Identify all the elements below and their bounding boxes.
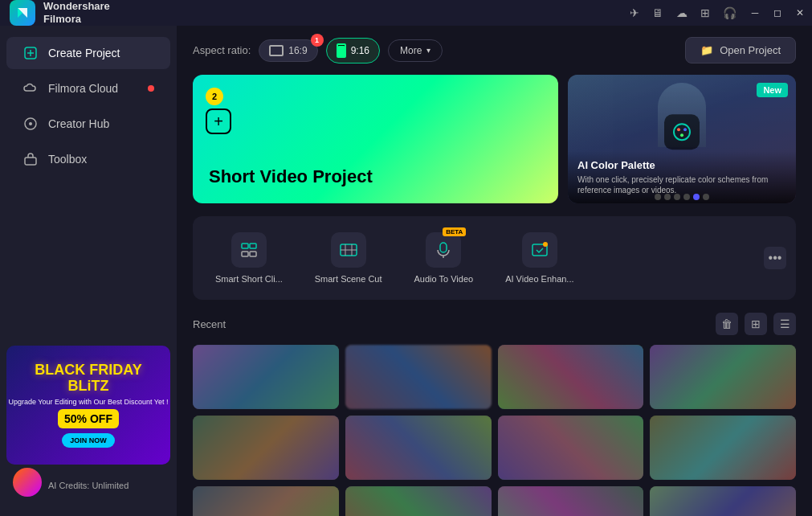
recent-actions: 🗑 ⊞ ☰ [716,313,796,335]
media-thumb-10[interactable] [345,486,492,516]
toolbox-icon [22,151,39,167]
short-video-project-card[interactable]: 2 + Short Video Project [193,75,558,203]
promo-sub: Upgrade Your Editing with Our Best Disco… [8,398,168,406]
monitor-icon[interactable]: 🖥 [652,6,663,19]
tools-row: Smart Short Cli... Smart Scene Cut [193,216,796,300]
trash-icon: 🗑 [721,317,732,330]
chevron-down-icon: ▾ [426,46,430,55]
sidebar-item-filmora-cloud[interactable]: Filmora Cloud [6,72,170,104]
svg-point-23 [543,242,548,247]
media-thumb-12[interactable] [650,486,796,516]
grid-icon[interactable]: ⊞ [700,6,710,19]
more-tools-button[interactable]: ••• [764,247,786,269]
svg-rect-15 [250,252,256,256]
sidebar-item-creator-hub[interactable]: Creator Hub [6,108,170,140]
new-badge: New [757,83,788,97]
titlebar-toolbar: ✈ 🖥 ☁ ⊞ 🎧 ─ ◻ ✕ [630,6,806,19]
promo-headline: BLACK FRIDAY BLiTZ [35,362,141,395]
svg-rect-13 [250,244,256,248]
sidebar-item-create-project[interactable]: Create Project [6,37,170,69]
promo-badge: 50% OFF [58,409,119,428]
svg-point-10 [683,128,687,131]
cloud-upload-icon[interactable]: ☁ [676,6,688,19]
app-branding: Wondershare Filmora [0,0,110,26]
open-project-button[interactable]: 📁 Open Project [685,37,796,63]
smart-scene-cut-label: Smart Scene Cut [315,274,382,284]
maximize-button[interactable]: ◻ [772,7,783,18]
ratio-9-16-button[interactable]: 9:16 [326,38,380,63]
media-thumb-7[interactable] [498,416,644,480]
dot-6 [703,194,709,200]
tool-audio-to-video[interactable]: BETA Audio To Video [402,226,487,290]
media-thumb-2[interactable] [345,345,492,409]
list-view-button[interactable]: ☰ [773,313,796,335]
media-thumb-4[interactable] [650,345,796,409]
media-thumb-1[interactable] [193,345,339,409]
close-button[interactable]: ✕ [794,7,806,18]
add-project-icon: + [206,109,231,134]
promo-banner[interactable]: BLACK FRIDAY BLiTZ Upgrade Your Editing … [6,346,170,465]
dot-3 [674,194,680,200]
svg-point-9 [677,128,680,131]
content-area: Aspect ratio: 16:9 1 9:16 More ▾ [177,26,812,516]
ratio-9-16-icon [337,43,346,58]
folder-icon: 📁 [700,44,713,56]
ratio-9-16-label: 9:16 [351,45,369,56]
minimize-button[interactable]: ─ [749,7,761,18]
media-thumb-6[interactable] [345,416,492,480]
media-thumb-3[interactable] [498,345,644,409]
smart-scene-cut-icon [331,232,366,268]
media-thumb-5[interactable] [193,416,339,480]
tool-ai-video-enhance[interactable]: AI Video Enhan... [492,226,586,290]
titlebar: Wondershare Filmora ✈ 🖥 ☁ ⊞ 🎧 ─ ◻ ✕ [0,0,812,26]
grid-view-button[interactable]: ⊞ [745,313,767,335]
card-badge-2: 2 [206,88,223,105]
sidebar-item-toolbox[interactable]: Toolbox [6,143,170,175]
ratio-badge-count: 1 [311,34,324,47]
sidebar-bottom: BLACK FRIDAY BLiTZ Upgrade Your Editing … [0,339,177,506]
ai-video-enhance-icon [522,232,557,268]
sidebar: Create Project Filmora Cloud Creator Hub [0,26,177,516]
svg-point-8 [674,124,690,140]
recent-header: Recent 🗑 ⊞ ☰ [193,313,796,335]
promo-join-button[interactable]: JOIN NOW [62,433,115,448]
short-video-title: Short Video Project [209,166,542,187]
audio-to-video-icon: BETA [426,232,461,268]
ai-color-palette-icon [664,114,700,149]
sidebar-label-create-project: Create Project [48,47,120,59]
svg-point-6 [29,122,32,125]
headset-icon[interactable]: 🎧 [723,6,737,19]
svg-point-11 [680,133,683,137]
media-thumb-9[interactable] [193,486,339,516]
aspect-ratio-label: Aspect ratio: [193,44,251,56]
dot-2 [664,194,671,200]
ratio-16-9-label: 16:9 [288,45,307,56]
tool-smart-short-clip[interactable]: Smart Short Cli... [202,226,296,290]
sidebar-label-toolbox: Toolbox [48,153,87,166]
media-grid [193,345,796,516]
list-icon: ☰ [780,317,790,330]
smart-short-clip-icon [231,232,267,268]
more-ratios-button[interactable]: More ▾ [388,39,443,62]
plus-circle-icon [22,45,39,61]
more-label: More [400,45,422,56]
delete-button[interactable]: 🗑 [716,313,738,335]
smart-short-clip-label: Smart Short Cli... [215,274,283,284]
beta-badge: BETA [443,227,466,236]
main-layout: Create Project Filmora Cloud Creator Hub [0,26,812,516]
tool-smart-scene-cut[interactable]: Smart Scene Cut [302,226,395,290]
dot-1 [655,194,661,200]
share-icon[interactable]: ✈ [630,6,639,19]
ellipsis-icon: ••• [769,251,782,265]
ai-video-enhance-label: AI Video Enhan... [505,274,573,284]
content-scroll: 2 + Short Video Project New [177,75,812,516]
sidebar-label-filmora-cloud: Filmora Cloud [48,82,118,95]
open-project-label: Open Project [720,44,781,56]
window-controls: ─ ◻ ✕ [749,7,806,18]
ai-color-palette-card[interactable]: New AI Color Palette With one [568,75,796,203]
media-thumb-11[interactable] [498,486,644,516]
topbar: Aspect ratio: 16:9 1 9:16 More ▾ [177,26,812,75]
media-thumb-8[interactable] [650,416,796,480]
app-logo [10,0,35,26]
ratio-16-9-button[interactable]: 16:9 1 [259,39,317,62]
